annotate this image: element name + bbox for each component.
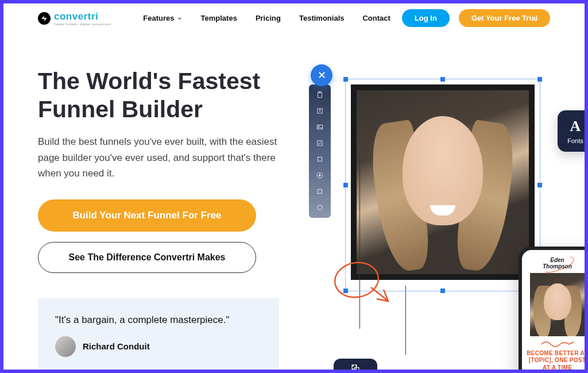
nav-label: Pricing bbox=[256, 14, 281, 22]
svg-point-14 bbox=[356, 366, 357, 367]
nav-label: Templates bbox=[201, 14, 237, 22]
checkbox-icon[interactable] bbox=[315, 139, 324, 148]
logo-name: convertri bbox=[54, 11, 112, 22]
phone-portrait bbox=[530, 273, 585, 336]
resize-handle[interactable] bbox=[440, 77, 445, 82]
nav-contact[interactable]: Contact bbox=[355, 10, 397, 26]
hero-illustration: ✕ bbox=[302, 67, 585, 370]
testimonial-name: Richard Conduit bbox=[83, 341, 150, 351]
image-icon[interactable] bbox=[315, 122, 324, 132]
free-trial-button[interactable]: Get Your Free Trial bbox=[459, 9, 550, 27]
cta-see-difference-button[interactable]: See The Difference Convertri Makes bbox=[38, 242, 256, 273]
scribble-annotation-icon bbox=[331, 254, 394, 306]
logo-mark-icon bbox=[38, 12, 51, 25]
svg-point-10 bbox=[332, 259, 381, 301]
nav-label: Testimonials bbox=[299, 14, 345, 22]
svg-point-9 bbox=[318, 205, 322, 210]
more-icon[interactable] bbox=[315, 187, 324, 196]
decorative-line bbox=[405, 286, 406, 355]
cta-build-funnel-button[interactable]: Build Your Next Funnel For Free bbox=[38, 199, 256, 232]
hero-subtext: Build the best funnels you've ever built… bbox=[38, 134, 291, 181]
svg-rect-6 bbox=[318, 157, 322, 161]
hero-headline: The World's Fastest Funnel Builder bbox=[38, 67, 291, 124]
nav-label: Contact bbox=[362, 14, 390, 22]
login-button[interactable]: Log In bbox=[402, 9, 450, 27]
square-icon[interactable] bbox=[315, 155, 324, 164]
fonts-card[interactable]: A Fonts bbox=[558, 110, 585, 152]
close-icon[interactable]: ✕ bbox=[311, 64, 332, 86]
fonts-label: Fonts bbox=[567, 137, 583, 144]
editor-toolbar bbox=[309, 84, 331, 218]
svg-point-13 bbox=[353, 366, 354, 367]
nav-features[interactable]: Features bbox=[136, 10, 189, 26]
svg-rect-8 bbox=[318, 190, 322, 194]
phone-mockup: EdenThompson BECOME BETTER AT [TOPIC], O… bbox=[519, 247, 585, 370]
clipboard-icon[interactable] bbox=[315, 90, 324, 99]
hero-left: The World's Fastest Funnel Builder Build… bbox=[38, 67, 291, 370]
layers-icon bbox=[350, 363, 361, 370]
logo[interactable]: convertri Faster funnels. Higher convers… bbox=[38, 11, 112, 26]
svg-rect-3 bbox=[317, 125, 322, 129]
layers-card[interactable]: Layers bbox=[334, 359, 377, 370]
nav-pricing[interactable]: Pricing bbox=[249, 10, 288, 26]
svg-point-15 bbox=[353, 369, 354, 370]
text-icon[interactable] bbox=[315, 106, 324, 116]
phone-cta-text: BECOME BETTER AT [TOPIC], ONE POST AT A … bbox=[527, 350, 585, 370]
nav-templates[interactable]: Templates bbox=[194, 10, 244, 26]
svg-point-4 bbox=[318, 126, 319, 127]
testimonial-card: "It's a bargain, a complete masterpiece.… bbox=[38, 298, 279, 370]
chevron-down-icon bbox=[177, 16, 183, 21]
avatar bbox=[55, 336, 76, 357]
top-nav: convertri Faster funnels. Higher convers… bbox=[3, 3, 585, 33]
circle-icon[interactable] bbox=[315, 203, 324, 212]
resize-handle[interactable] bbox=[537, 77, 542, 82]
portrait-photo[interactable] bbox=[351, 84, 535, 280]
nav-testimonials[interactable]: Testimonials bbox=[292, 10, 351, 26]
play-icon[interactable] bbox=[315, 171, 324, 180]
resize-handle[interactable] bbox=[343, 77, 348, 82]
phone-name: EdenThompson bbox=[527, 257, 585, 270]
testimonial-quote: "It's a bargain, a complete masterpiece.… bbox=[55, 314, 262, 326]
resize-handle[interactable] bbox=[440, 289, 445, 293]
svg-rect-5 bbox=[318, 141, 322, 145]
resize-handle[interactable] bbox=[537, 183, 542, 187]
fonts-glyph-icon: A bbox=[570, 118, 581, 135]
logo-tagline: Faster funnels. Higher conversions. bbox=[54, 22, 112, 26]
signature-icon bbox=[540, 339, 575, 348]
resize-handle[interactable] bbox=[343, 183, 348, 187]
nav-label: Features bbox=[143, 14, 174, 22]
